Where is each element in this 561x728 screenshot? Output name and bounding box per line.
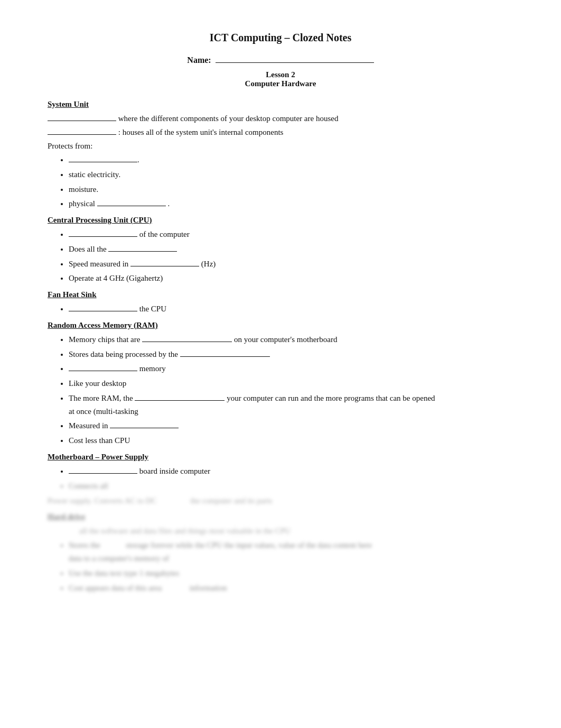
system-unit-text1: where the different components of your d… (118, 114, 339, 123)
list-item-text: (Hz) (201, 260, 216, 268)
blank (69, 466, 137, 474)
section-ram-heading: Random Access Memory (RAM) (48, 321, 513, 330)
list-item-text: Does all the (69, 245, 108, 253)
fan-list: the CPU (69, 302, 513, 316)
blank (69, 364, 137, 371)
system-unit-line1: where the different components of your d… (48, 112, 513, 125)
blurred-section-line1: all the software and data files and thin… (48, 524, 513, 537)
list-item: Operate at 4 GHz (Gigahertz) (69, 272, 513, 285)
list-item-blurred: Connects all (69, 480, 513, 493)
name-line: Name: (48, 56, 513, 65)
system-unit-text2: : houses all of the system unit's intern… (118, 128, 284, 136)
system-unit-list: . static electricity. moisture. physical… (69, 153, 513, 210)
name-label: Name: (187, 56, 211, 65)
page-title: ICT Computing – Clozed Notes (48, 32, 513, 44)
blank (180, 349, 270, 357)
blank (69, 304, 137, 311)
list-item-text: The more RAM, the (69, 394, 135, 402)
blurred-text: Use the data text type 1 megabytes (69, 569, 179, 577)
list-item-blurred: Stores the storage forever while the CPU… (69, 539, 513, 565)
blurred-list: Stores the storage forever while the CPU… (69, 539, 513, 594)
list-item: Cost less than CPU (69, 434, 513, 447)
lesson-number: Lesson 2 (48, 70, 513, 79)
section-fan-heat-sink-heading: Fan Heat Sink (48, 290, 513, 299)
name-input-line (216, 56, 374, 63)
list-item-text: . (168, 199, 170, 208)
blurred-text: Stores the storage forever while the CPU… (69, 541, 372, 549)
blank (110, 421, 179, 428)
list-item: Does all the (69, 243, 513, 256)
blank (135, 393, 225, 401)
list-item-blurred: Use the data text type 1 megabytes (69, 567, 513, 580)
list-item-text: of the computer (139, 230, 190, 238)
list-item: Speed measured in (Hz) (69, 257, 513, 271)
list-item: physical . (69, 197, 513, 210)
blank (69, 229, 137, 237)
blank (108, 244, 177, 252)
blank (48, 127, 116, 135)
ram-list: Memory chips that are on your computer's… (69, 333, 513, 447)
list-item-text: at once (multi-tasking (69, 407, 138, 416)
list-item: of the computer (69, 228, 513, 241)
blurred-text: data to a computer's memory of (69, 554, 169, 563)
list-item-text: your computer can run and the more progr… (227, 394, 435, 402)
list-item-text: moisture. (69, 185, 98, 193)
list-item-text: Operate at 4 GHz (Gigahertz) (69, 274, 163, 282)
list-item-text: board inside computer (139, 467, 210, 475)
motherboard-blurred-line1: Power supply. Converts AC to DC the comp… (48, 494, 513, 507)
list-item: the CPU (69, 302, 513, 316)
list-item: Memory chips that are on your computer's… (69, 333, 513, 346)
section-system-unit-heading: System Unit (48, 100, 513, 109)
list-item-text: Speed measured in (69, 260, 130, 268)
list-item: Measured in (69, 419, 513, 432)
list-item-text-blurred: Connects all (69, 482, 108, 490)
blank (48, 114, 116, 121)
list-item: static electricity. (69, 168, 513, 181)
cpu-list: of the computer Does all the Speed measu… (69, 228, 513, 285)
list-item: . (69, 153, 513, 167)
list-item-text: on your computer's motherboard (234, 335, 338, 344)
list-item: moisture. (69, 183, 513, 196)
section-cpu-heading: Central Processing Unit (CPU) (48, 216, 513, 225)
blurred-text: Cost appears data of this area informati… (69, 584, 227, 592)
list-item: The more RAM, the your computer can run … (69, 392, 513, 418)
list-item: memory (69, 362, 513, 375)
list-item: Like your desktop (69, 377, 513, 390)
blank (142, 335, 232, 342)
list-item-text: static electricity. (69, 170, 120, 179)
list-item: board inside computer (69, 465, 513, 478)
list-item: Stores data being processed by the (69, 348, 513, 361)
list-item-text: Stores data being processed by the (69, 350, 180, 358)
list-item-text: Like your desktop (69, 379, 126, 388)
protects-from-label: Protects from: (48, 140, 513, 152)
list-item-text: Memory chips that are (69, 335, 142, 344)
list-item-text: . (137, 155, 139, 164)
blank (130, 259, 199, 266)
list-item-text: memory (139, 364, 166, 373)
list-item-text: Measured in (69, 421, 110, 430)
motherboard-list: board inside computer Connects all (69, 465, 513, 493)
list-item-text: Cost less than CPU (69, 436, 130, 445)
list-item-blurred: Cost appears data of this area informati… (69, 582, 513, 595)
blurred-section-heading: Hard drive (48, 512, 513, 521)
list-item-text: physical (69, 199, 97, 208)
blank (69, 155, 137, 162)
blank (97, 199, 166, 206)
list-item-text: the CPU (139, 305, 166, 313)
system-unit-line2: : houses all of the system unit's intern… (48, 126, 513, 139)
lesson-title: Computer Hardware (48, 79, 513, 88)
section-motherboard-heading: Motherboard – Power Supply (48, 453, 513, 462)
lesson-block: Lesson 2 Computer Hardware (48, 70, 513, 88)
